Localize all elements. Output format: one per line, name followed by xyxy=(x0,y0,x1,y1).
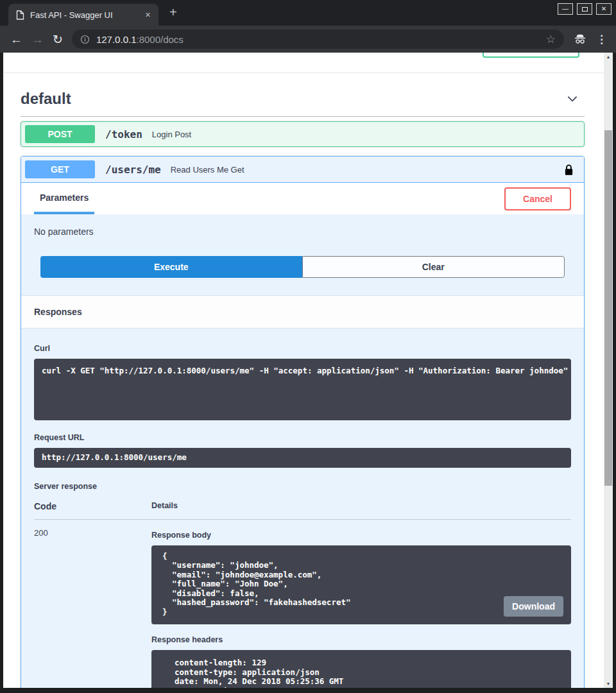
maximize-icon xyxy=(582,7,588,12)
clear-button[interactable]: Clear xyxy=(302,256,565,278)
authorize-button-partial[interactable] xyxy=(483,53,579,58)
table-row: 200 Response body { "username": "johndoe… xyxy=(34,520,571,689)
chevron-down-icon xyxy=(565,92,579,106)
scheme-container xyxy=(3,53,604,73)
incognito-icon xyxy=(573,33,587,46)
browser-titlebar: Fast API - Swagger UI ✕ + — ✕ xyxy=(0,0,616,26)
auth-lock-icon[interactable] xyxy=(564,164,574,176)
no-parameters-text: No parameters xyxy=(21,214,584,237)
bookmark-star-icon[interactable]: ☆ xyxy=(546,34,556,45)
new-tab-button[interactable]: + xyxy=(169,5,177,20)
tag-section-default[interactable]: default xyxy=(21,90,585,117)
code-column-header: Code xyxy=(34,501,151,511)
server-response-table: Code Details 200 Response body { "userna… xyxy=(34,499,571,689)
request-url-block: http://127.0.0.1:8000/users/me xyxy=(34,448,571,468)
response-headers-block: content-length: 129 content-type: applic… xyxy=(151,650,571,688)
op-summary: Read Users Me Get xyxy=(171,165,244,175)
url-text: 127.0.0.1:8000/docs xyxy=(96,34,184,45)
request-url-label: Request URL xyxy=(34,433,571,442)
server-response-label: Server response xyxy=(34,482,571,491)
op-path: /token xyxy=(105,128,142,141)
browser-tab[interactable]: Fast API - Swagger UI ✕ xyxy=(8,4,158,26)
download-button[interactable]: Download xyxy=(504,596,563,617)
responses-title: Responses xyxy=(34,307,82,317)
opblock-post-token[interactable]: POST /token Login Post xyxy=(21,121,585,147)
tab-parameters[interactable]: Parameters xyxy=(34,183,94,214)
site-info-icon[interactable] xyxy=(80,35,90,44)
execute-button[interactable]: Execute xyxy=(40,256,302,278)
details-cell: Response body { "username": "johndoe", "… xyxy=(151,528,571,689)
operation-tab-header: Parameters Cancel xyxy=(21,183,584,214)
url-bar[interactable]: 127.0.0.1:8000/docs ☆ xyxy=(72,30,564,49)
forward-icon[interactable]: → xyxy=(31,33,44,46)
scroll-up-icon[interactable]: ▲ xyxy=(604,55,613,59)
curl-command-block: curl -X GET "http://127.0.0.1:8000/users… xyxy=(34,359,571,420)
response-headers: content-length: 129 content-type: applic… xyxy=(175,658,563,688)
scrollbar-thumb[interactable] xyxy=(604,130,612,486)
curl-label: Curl xyxy=(34,344,571,353)
document-icon xyxy=(16,10,24,20)
tab-title: Fast API - Swagger UI xyxy=(30,10,139,20)
status-code: 200 xyxy=(34,528,151,689)
opblock-get-users-me: GET /users/me Read Users Me Get Paramete… xyxy=(21,156,585,688)
opblock-get-summary[interactable]: GET /users/me Read Users Me Get xyxy=(21,157,584,183)
response-body-block: { "username": "johndoe", "email": "johnd… xyxy=(151,545,571,625)
scrollbar-track[interactable]: ▲ ▼ xyxy=(604,53,613,688)
response-body-label: Response body xyxy=(151,531,571,540)
op-summary: Login Post xyxy=(152,130,191,139)
response-headers-label: Response headers xyxy=(151,635,571,644)
method-badge-get: GET xyxy=(25,160,95,178)
details-column-header: Details xyxy=(151,501,571,511)
tab-close-icon[interactable]: ✕ xyxy=(145,12,151,19)
tag-title: default xyxy=(21,90,565,108)
page-viewport: default POST /token Login Post GET /user… xyxy=(3,53,604,688)
reload-icon[interactable]: ↻ xyxy=(53,33,63,46)
window-close-button[interactable]: ✕ xyxy=(596,3,612,15)
op-path: /users/me xyxy=(105,164,161,176)
window-maximize-button[interactable] xyxy=(577,3,592,15)
window-minimize-button[interactable]: — xyxy=(558,3,573,15)
responses-body: Curl curl -X GET "http://127.0.0.1:8000/… xyxy=(21,329,584,688)
cancel-button[interactable]: Cancel xyxy=(504,187,571,210)
browser-menu-icon[interactable]: ⋮ xyxy=(596,34,607,45)
method-badge-post: POST xyxy=(25,125,95,143)
curl-command: curl -X GET "http://127.0.0.1:8000/users… xyxy=(42,366,563,376)
request-url: http://127.0.0.1:8000/users/me xyxy=(42,453,563,463)
browser-toolbar: ← → ↻ 127.0.0.1:8000/docs ☆ ⋮ xyxy=(0,26,616,53)
scroll-down-icon[interactable]: ▼ xyxy=(604,681,613,686)
swagger-main: default POST /token Login Post GET /user… xyxy=(3,73,604,688)
back-icon[interactable]: ← xyxy=(10,33,22,46)
responses-header: Responses xyxy=(21,295,584,329)
parameters-section: No parameters Execute Clear xyxy=(21,214,584,295)
